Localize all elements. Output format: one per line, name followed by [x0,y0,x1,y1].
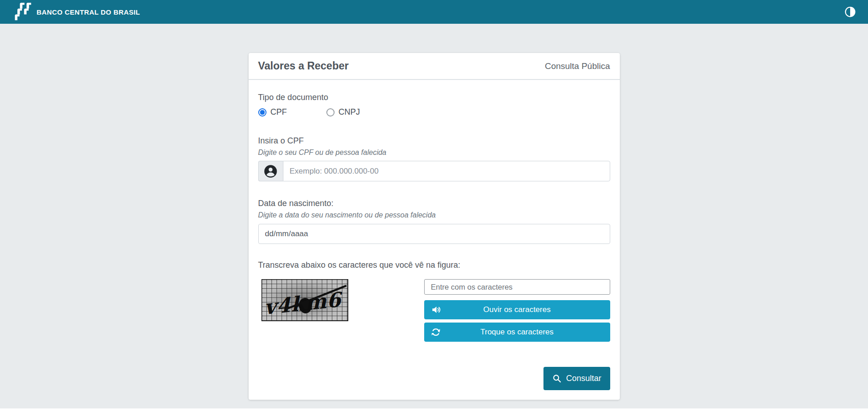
cpf-radio-label: CPF [271,107,287,117]
person-circle-icon [264,164,277,178]
consultar-button[interactable]: Consultar [543,367,610,390]
cpf-input-group [258,161,610,181]
captcha-section: Transcreva abaixo os caracteres que você… [258,260,610,345]
footer-strip [0,408,868,413]
contrast-toggle-button[interactable] [844,6,856,18]
listen-captcha-button[interactable]: Ouvir os caracteres [424,300,610,319]
cpf-label: Insira o CPF [258,136,610,146]
birthdate-input[interactable] [258,224,610,244]
card-header: Valores a Receber Consulta Pública [249,53,620,80]
refresh-icon [431,328,441,337]
brand-title: BANCO CENTRAL DO BRASIL [37,8,140,16]
valores-a-receber-card: Valores a Receber Consulta Pública Tipo … [249,53,620,400]
cnpj-radio[interactable] [326,108,335,116]
bcb-logo-icon [13,3,32,21]
cpf-helper-text: Digite o seu CPF ou de pessoa falecida [258,148,610,157]
search-icon [552,374,562,383]
document-type-group: Tipo de documento CPF CNPJ [258,93,610,117]
refresh-captcha-button[interactable]: Troque os caracteres [424,323,610,342]
refresh-captcha-label: Troque os caracteres [480,328,554,336]
cpf-field-group: Insira o CPF Digite o seu CPF ou de pess… [258,136,610,181]
consultar-label: Consultar [566,374,601,383]
captcha-image: v4km6 [258,279,348,321]
captcha-label: Transcreva abaixo os caracteres que você… [258,260,610,270]
card-body: Tipo de documento CPF CNPJ Insira o CPF … [249,80,620,400]
cpf-radio[interactable] [258,108,266,116]
listen-captcha-label: Ouvir os caracteres [483,305,550,314]
birthdate-helper-text: Digite a data do seu nascimento ou de pe… [258,211,610,219]
captcha-controls: Ouvir os caracteres Troq [424,279,610,345]
document-type-label: Tipo de documento [258,93,610,102]
birthdate-label: Data de nascimento: [258,199,610,208]
captcha-row: v4km6 [258,279,610,345]
speaker-icon [431,304,442,315]
contrast-icon [844,6,856,18]
radio-option-cpf[interactable]: CPF [258,107,287,117]
birthdate-field-group: Data de nascimento: Digite a data do seu… [258,199,610,244]
cpf-input-addon [258,161,283,181]
page-title: Valores a Receber [258,60,349,72]
cpf-input[interactable] [283,161,610,181]
consulta-publica-label: Consulta Pública [545,61,610,71]
top-bar: BANCO CENTRAL DO BRASIL [0,0,868,24]
cnpj-radio-label: CNPJ [339,107,360,117]
captcha-input[interactable] [424,279,610,295]
radio-option-cnpj[interactable]: CNPJ [326,107,360,117]
bcb-brand-link[interactable]: BANCO CENTRAL DO BRASIL [13,3,140,21]
document-type-options: CPF CNPJ [258,107,610,117]
submit-row: Consultar [258,367,610,390]
